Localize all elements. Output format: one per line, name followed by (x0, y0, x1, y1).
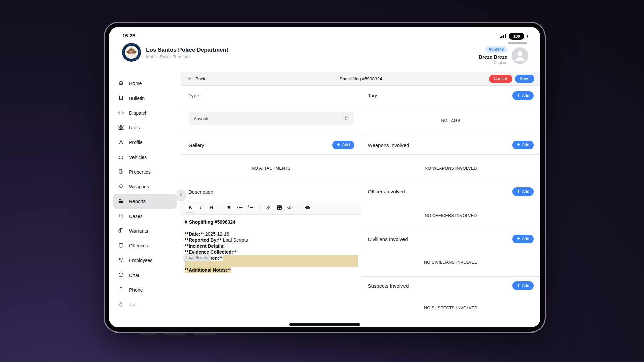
raised-hand-icon (118, 301, 124, 309)
heading-button[interactable]: H (206, 203, 216, 213)
status-cluster: 100 (500, 33, 528, 44)
civillians-add-button[interactable]: Add (512, 235, 534, 243)
gallery-title: Gallery (188, 142, 204, 148)
home-indicator[interactable] (289, 323, 360, 326)
hand-document-icon (118, 227, 124, 235)
broadcast-icon (118, 109, 124, 117)
weapons-add-button[interactable]: Add (512, 141, 534, 149)
text-caret (185, 261, 185, 267)
open-book-icon (118, 242, 124, 250)
report-actions: Cancel Save (489, 75, 534, 83)
toolbar-divider (220, 204, 220, 212)
report-toolbar: Back Shoplifting #5998324 Cancel Save (181, 72, 540, 86)
sidebar-item-employees[interactable]: Employees (109, 253, 181, 268)
plus-icon (517, 143, 520, 147)
user-name: Breze Breze (479, 54, 507, 60)
sidebar-item-chat[interactable]: Chat (109, 268, 181, 283)
type-select[interactable]: Assault (188, 112, 354, 125)
officers-section-header: Officers Involved Add (361, 182, 541, 201)
folder-icon (118, 198, 124, 205)
sidebar: Home Bulletin Dispatch Units Profile Veh… (109, 72, 181, 327)
callsign-badge: 90-2449 (485, 46, 507, 53)
ordered-list-button[interactable] (246, 203, 256, 213)
save-button[interactable]: Save (515, 75, 535, 83)
bullet-list-button[interactable] (235, 203, 245, 213)
editor-reported-line: **Reported By:** Loaf Scripts (185, 237, 358, 243)
tags-empty-state: NO TAGS (361, 105, 541, 136)
sidebar-item-phone[interactable]: Phone (109, 283, 181, 297)
bold-button[interactable]: B (185, 203, 195, 213)
lspd-seal-logo (122, 43, 141, 63)
sidebar-item-warrants[interactable]: Warrants (109, 224, 181, 238)
back-arrow-icon (187, 76, 193, 82)
officers-add-button[interactable]: Add (512, 187, 534, 196)
home-icon (118, 80, 124, 87)
image-button[interactable] (274, 203, 284, 213)
tags-add-button[interactable]: Add (512, 91, 534, 100)
editor-action-line: Loaf Scripts **Action Taken:** (185, 255, 358, 261)
sidebar-item-profile[interactable]: Profile (109, 135, 181, 150)
editor-evidence-line: **Evidence Collected:** (185, 249, 358, 255)
sidebar-item-cases[interactable]: Cases (109, 209, 181, 224)
bookmark-icon (118, 95, 124, 102)
suspects-section-header: Suspects Involved Add (361, 277, 541, 295)
editor-date-line: **Date:** 2025-12-16 (185, 231, 358, 237)
weapons-section-header: Weapons Involved Add (361, 136, 541, 155)
editor-blank-line (185, 225, 358, 231)
avatar[interactable] (512, 47, 528, 64)
civillians-empty-state: NO CIVILLIANS INVOLVED (361, 248, 541, 277)
tags-section-header: Tags Add (361, 86, 541, 105)
sidebar-item-dispatch[interactable]: Dispatch (109, 106, 181, 120)
plus-icon (337, 143, 340, 147)
plus-icon (517, 283, 520, 288)
suspects-title: Suspects Involved (368, 283, 409, 289)
editor-heading-line: # Shoplifting #5998324 (185, 219, 358, 225)
diamond-icon (118, 183, 124, 191)
gallery-add-button[interactable]: Add (332, 141, 354, 149)
editor-incident-line: **Incident Details: (185, 243, 358, 249)
toolbar-divider (299, 204, 299, 212)
building-icon (118, 168, 124, 176)
officers-title: Officers Involved (368, 189, 405, 194)
cellular-signal-icon (500, 33, 507, 40)
app-screen: 16:28 Los Santos Police Department Mobil… (109, 27, 540, 327)
gallery-empty-state: NO ATTACHMENTS (181, 155, 361, 182)
italic-button[interactable]: I (196, 203, 206, 213)
sidebar-item-bulletin[interactable]: Bulletin (109, 91, 181, 106)
description-editor[interactable]: # Shoplifting #5998324 **Date:** 2025-12… (181, 215, 361, 327)
toolbar-divider (259, 204, 260, 212)
gallery-section-header: Gallery Add (181, 136, 361, 155)
link-button[interactable] (263, 203, 273, 213)
camera-housing-bar (508, 42, 527, 44)
type-section-body: Assault (181, 105, 361, 136)
tags-title: Tags (368, 93, 379, 98)
clock: 16:28 (122, 33, 135, 38)
sidebar-item-offences[interactable]: Offences (109, 238, 181, 253)
sidebar-collapse-button[interactable] (177, 190, 186, 201)
right-column: Tags Add NO TAGS Weapons Involved Add (361, 86, 541, 327)
sidebar-item-weapons[interactable]: Weapons (109, 179, 181, 194)
sidebar-item-units[interactable]: Units (109, 120, 181, 135)
sidebar-item-vehicles[interactable]: Vehicles (109, 150, 181, 165)
plus-icon (517, 237, 520, 241)
code-button[interactable]: </> (285, 203, 295, 213)
user-info: 90-2449 Breze Breze Captain (479, 46, 507, 65)
app-subtitle: Mobile Police Terminal (146, 54, 228, 59)
cancel-button[interactable]: Cancel (489, 75, 512, 83)
sidebar-item-reports[interactable]: Reports (113, 194, 177, 209)
editor-selected-blank-line (185, 261, 358, 267)
sidebar-item-home[interactable]: Home (109, 76, 181, 91)
left-column: Type Assault Gallery Add (181, 86, 361, 327)
weapons-title: Weapons Involved (368, 142, 409, 148)
blockquote-button[interactable]: ❞ (224, 203, 234, 213)
sidebar-item-properties[interactable]: Properties (109, 165, 181, 179)
department-brand: Los Santos Police Department Mobile Poli… (122, 43, 228, 63)
suspects-add-button[interactable]: Add (512, 281, 534, 290)
preview-eye-button[interactable] (303, 203, 313, 213)
people-icon (118, 257, 124, 264)
civillians-section-header: Civillians Involved Add (361, 230, 541, 248)
user-cluster: 90-2449 Breze Breze Captain (479, 46, 528, 65)
back-button[interactable]: Back (187, 76, 205, 82)
report-title: Shoplifting #5998324 (181, 76, 540, 81)
brand-text: Los Santos Police Department Mobile Poli… (146, 47, 228, 59)
